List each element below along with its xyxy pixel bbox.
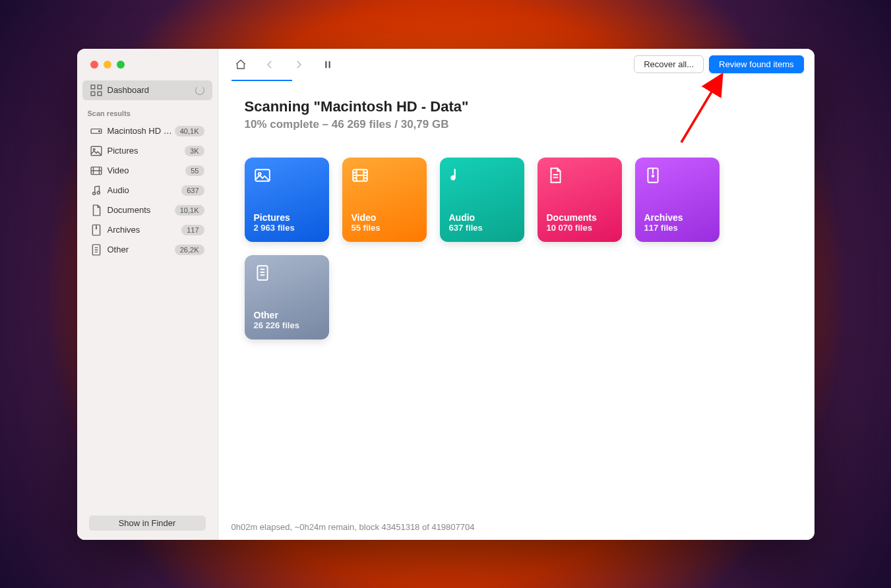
card-subtitle: 637 files: [449, 223, 515, 233]
card-subtitle: 2 963 files: [254, 223, 320, 233]
picture-icon: [254, 167, 271, 184]
card-audio[interactable]: Audio 637 files: [440, 158, 524, 242]
count-badge: 3K: [185, 146, 204, 156]
card-title: Documents: [547, 212, 613, 223]
svg-rect-2: [91, 92, 95, 96]
sidebar-item-label: Pictures: [108, 146, 185, 156]
recover-all-button[interactable]: Recover all...: [634, 55, 704, 73]
sidebar-item-label: Other: [108, 245, 175, 254]
svg-rect-13: [325, 61, 326, 68]
home-button[interactable]: [229, 55, 253, 74]
svg-rect-14: [328, 61, 330, 68]
card-title: Pictures: [254, 212, 320, 223]
forward-button[interactable]: [287, 55, 311, 74]
svg-rect-20: [257, 266, 267, 280]
back-button[interactable]: [258, 55, 282, 74]
minimize-button[interactable]: [104, 61, 111, 69]
card-archives[interactable]: Archives 117 files: [635, 158, 720, 242]
close-button[interactable]: [90, 61, 98, 69]
sidebar-item-drive[interactable]: Macintosh HD -… 40,1K: [82, 121, 212, 141]
grid-icon: [90, 84, 102, 96]
sidebar-item-label: Documents: [108, 205, 175, 215]
card-subtitle: 117 files: [644, 223, 710, 233]
audio-icon: [90, 185, 102, 196]
toolbar: Recover all... Review found items: [218, 49, 814, 80]
document-icon: [90, 204, 102, 216]
other-icon: [254, 264, 271, 281]
svg-point-19: [652, 175, 654, 177]
sidebar-item-audio[interactable]: Audio 637: [82, 181, 212, 200]
sidebar-item-other[interactable]: Other 26,2K: [82, 240, 212, 260]
svg-point-9: [92, 192, 95, 194]
sidebar-item-label: Macintosh HD -…: [108, 126, 175, 136]
other-icon: [90, 244, 102, 256]
page-title: Scanning "Macintosh HD - Data": [245, 98, 788, 115]
sidebar-item-archives[interactable]: Archives 117: [82, 220, 212, 240]
svg-rect-3: [98, 92, 102, 96]
svg-rect-1: [98, 85, 102, 89]
card-subtitle: 10 070 files: [547, 223, 613, 233]
pause-button[interactable]: [316, 55, 340, 74]
card-documents[interactable]: Documents 10 070 files: [538, 158, 622, 242]
count-badge: 26,2K: [175, 245, 204, 255]
card-title: Video: [352, 212, 417, 223]
window-controls: [77, 49, 218, 80]
status-bar: 0h02m elapsed, ~0h24m remain, block 4345…: [218, 514, 814, 540]
document-icon: [547, 167, 564, 184]
sidebar-item-documents[interactable]: Documents 10,1K: [82, 200, 212, 220]
card-video[interactable]: Video 55 files: [342, 158, 427, 242]
svg-rect-0: [91, 85, 95, 89]
sidebar-item-label: Archives: [108, 225, 182, 235]
picture-icon: [90, 145, 102, 157]
sidebar-section-label: Scan results: [77, 100, 218, 121]
sidebar-item-label: Audio: [108, 185, 182, 195]
content-area: Scanning "Macintosh HD - Data" 10% compl…: [218, 81, 814, 514]
app-window: Dashboard Scan results Macintosh HD -… 4…: [77, 49, 814, 540]
card-title: Archives: [644, 212, 710, 223]
category-cards: Pictures 2 963 files Video 55 files Audi…: [245, 158, 788, 339]
card-title: Audio: [449, 212, 515, 223]
sidebar-item-video[interactable]: Video 55: [82, 161, 212, 181]
sidebar-item-pictures[interactable]: Pictures 3K: [82, 141, 212, 161]
card-subtitle: 55 files: [352, 223, 417, 233]
card-other[interactable]: Other 26 226 files: [245, 255, 329, 339]
card-pictures[interactable]: Pictures 2 963 files: [245, 158, 329, 242]
sidebar-item-label: Dashboard: [108, 85, 195, 95]
review-found-items-button[interactable]: Review found items: [709, 55, 803, 73]
count-badge: 637: [181, 185, 204, 196]
card-subtitle: 26 226 files: [254, 320, 320, 330]
spinner-icon: [195, 86, 204, 95]
svg-point-7: [93, 148, 95, 150]
video-icon: [352, 167, 369, 184]
main-panel: Recover all... Review found items Scanni…: [218, 49, 814, 540]
count-badge: 117: [181, 225, 204, 235]
sidebar-item-dashboard[interactable]: Dashboard: [82, 80, 212, 100]
svg-point-5: [98, 131, 100, 132]
archive-icon: [90, 224, 102, 236]
svg-point-10: [97, 191, 100, 194]
sidebar: Dashboard Scan results Macintosh HD -… 4…: [77, 49, 218, 540]
count-badge: 40,1K: [175, 126, 204, 136]
audio-icon: [449, 167, 466, 184]
drive-icon: [90, 125, 102, 137]
sidebar-item-label: Video: [108, 165, 186, 175]
scan-progress-text: 10% complete – 46 269 files / 30,79 GB: [245, 118, 788, 131]
show-in-finder-button[interactable]: Show in Finder: [89, 515, 206, 531]
archive-icon: [644, 167, 661, 184]
maximize-button[interactable]: [117, 61, 125, 69]
count-badge: 10,1K: [175, 205, 204, 216]
count-badge: 55: [185, 165, 204, 176]
video-icon: [90, 165, 102, 177]
card-title: Other: [254, 310, 320, 320]
